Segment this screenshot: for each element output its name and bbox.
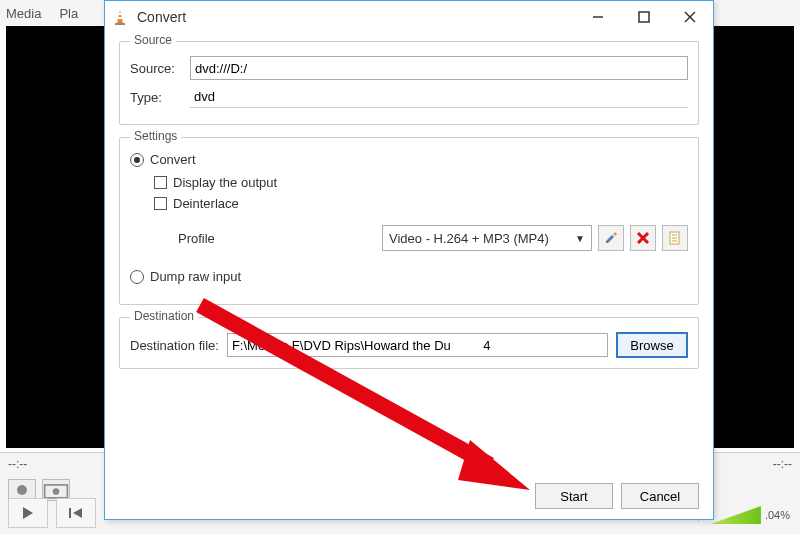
destination-input[interactable] [227,333,608,357]
convert-dialog: Convert Source Source: Type: Settings Co… [104,0,714,520]
svg-rect-3 [69,508,71,518]
source-input[interactable] [190,56,688,80]
new-profile-button[interactable] [662,225,688,251]
svg-rect-11 [639,12,649,22]
destination-label: Destination file: [130,338,219,353]
display-output-row[interactable]: Display the output [154,175,688,190]
edit-profile-button[interactable] [598,225,624,251]
menu-media[interactable]: Media [6,6,41,21]
svg-rect-8 [118,17,122,19]
vlc-icon [111,8,129,26]
source-label: Source: [130,61,182,76]
source-group-title: Source [130,33,176,47]
cancel-button[interactable]: Cancel [621,483,699,509]
deinterlace-label: Deinterlace [173,196,239,211]
previous-button[interactable] [56,498,96,528]
dialog-title: Convert [137,9,186,25]
profile-label: Profile [178,231,278,246]
convert-radio-row[interactable]: Convert [130,152,688,167]
settings-group-title: Settings [130,129,181,143]
time-elapsed: --:-- [8,457,27,471]
volume-percent: .04% [765,509,790,521]
dump-raw-radio[interactable] [130,270,144,284]
display-output-label: Display the output [173,175,277,190]
playback-buttons [8,498,96,528]
volume-slider[interactable] [711,506,761,524]
start-button[interactable]: Start [535,483,613,509]
display-output-checkbox[interactable] [154,176,167,189]
dump-raw-label: Dump raw input [150,269,241,284]
type-value [190,86,688,108]
close-button[interactable] [667,3,713,31]
deinterlace-row[interactable]: Deinterlace [154,196,688,211]
destination-group: Destination Destination file: Browse [119,317,699,369]
svg-rect-9 [115,23,125,25]
source-group: Source Source: Type: [119,41,699,125]
type-label: Type: [130,90,182,105]
maximize-button[interactable] [621,3,667,31]
settings-group: Settings Convert Display the output Dein… [119,137,699,305]
svg-marker-4 [73,508,82,518]
minimize-button[interactable] [575,3,621,31]
dialog-titlebar[interactable]: Convert [105,1,713,33]
menu-playback[interactable]: Pla [59,6,78,21]
convert-radio-label: Convert [150,152,196,167]
delete-profile-button[interactable] [630,225,656,251]
convert-radio[interactable] [130,153,144,167]
play-button[interactable] [8,498,48,528]
chevron-down-icon: ▼ [575,233,585,244]
profile-select[interactable]: Video - H.264 + MP3 (MP4) ▼ [382,225,592,251]
svg-marker-6 [117,10,123,23]
time-remaining: --:-- [773,457,792,471]
dialog-button-bar: Start Cancel [105,483,713,519]
destination-group-title: Destination [130,309,198,323]
profile-select-value: Video - H.264 + MP3 (MP4) [389,231,549,246]
svg-marker-2 [23,507,33,519]
browse-button[interactable]: Browse [616,332,688,358]
svg-rect-7 [119,13,122,15]
dump-raw-row[interactable]: Dump raw input [130,269,688,284]
svg-point-1 [53,488,60,495]
deinterlace-checkbox[interactable] [154,197,167,210]
profile-row: Profile Video - H.264 + MP3 (MP4) ▼ [178,225,688,251]
